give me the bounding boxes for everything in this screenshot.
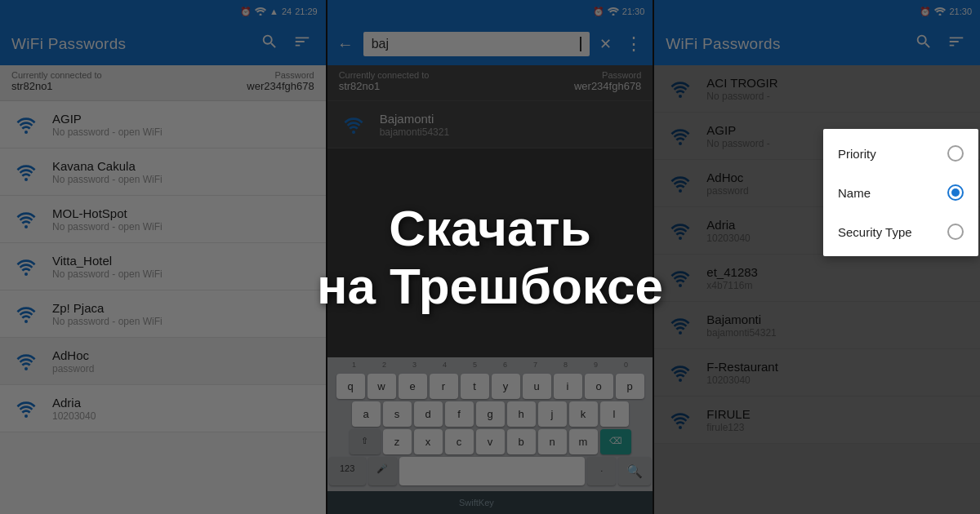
screen3-search-icon[interactable] — [911, 29, 936, 59]
svg-text:SwiftKey: SwiftKey — [459, 498, 494, 507]
wifi-name-zp: Zp! Pjaca — [52, 301, 314, 315]
wifi-name-agip: AGIP — [52, 112, 314, 126]
screen2: ⏰ 21:30 ← baj ✕ ⋮ Currently connected to… — [327, 0, 653, 514]
key-f[interactable]: f — [445, 401, 474, 427]
screen2-search-bar: ← baj ✕ ⋮ — [327, 23, 653, 65]
keyboard-row1: q w e r t y u i o p — [329, 374, 652, 399]
wifi-subtitle-mol: No password - open WiFi — [52, 221, 314, 233]
svg-point-7 — [24, 414, 28, 418]
key-m[interactable]: m — [569, 429, 598, 454]
clear-search-icon[interactable]: ✕ — [596, 32, 615, 56]
wifi-subtitle-bajamonti-s: bajamonti54321 — [380, 126, 642, 138]
key-h[interactable]: h — [507, 401, 536, 427]
svg-point-1 — [24, 131, 28, 134]
dropdown-item-priority[interactable]: Priority — [823, 134, 978, 173]
swiftkey-logo: SwiftKey — [457, 495, 523, 511]
screen2-status-icons: ⏰ 21:30 — [593, 7, 645, 17]
screens-container: ⏰ ▲ 24 21:29 WiFi Passwords Currently co… — [0, 0, 980, 514]
wifi-subtitle-adria: 10203040 — [52, 410, 314, 422]
wifi-icon-mol — [11, 205, 41, 234]
key-n[interactable]: n — [538, 429, 567, 454]
screen1-title: WiFi Passwords — [11, 35, 249, 53]
key-d[interactable]: d — [414, 401, 443, 427]
svg-point-5 — [24, 320, 28, 323]
screen3-filter-icon[interactable] — [944, 29, 969, 59]
svg-point-6 — [24, 367, 28, 370]
key-u[interactable]: u — [523, 374, 551, 399]
key-mic[interactable]: 🎤 — [368, 457, 397, 485]
dropdown-item-security[interactable]: Security Type — [823, 212, 978, 251]
key-g[interactable]: g — [476, 401, 505, 427]
wifi-item-adhoc[interactable]: AdHoc password — [0, 338, 326, 385]
svg-point-2 — [24, 178, 28, 181]
screen1-connected-ssid: str82no1 — [11, 80, 102, 92]
screen1-search-icon[interactable] — [257, 29, 282, 59]
key-i[interactable]: i — [554, 374, 582, 399]
key-q[interactable]: q — [336, 374, 365, 399]
screen2-menu-icon[interactable]: ⋮ — [621, 30, 646, 58]
wifi-item-kavana[interactable]: Kavana Cakula No password - open WiFi — [0, 148, 326, 196]
key-z[interactable]: z — [383, 429, 412, 454]
radio-priority[interactable] — [947, 145, 964, 162]
search-text: baj — [372, 37, 580, 51]
key-space[interactable] — [399, 457, 586, 485]
key-b[interactable]: b — [507, 429, 536, 454]
key-c[interactable]: c — [445, 429, 474, 454]
screen2-password-value: wer234fgh678 — [574, 80, 641, 92]
wifi-subtitle-agip: No password - open WiFi — [52, 126, 314, 138]
key-x[interactable]: x — [414, 429, 443, 454]
screen1-connected-info: Currently connected to str82no1 — [11, 70, 102, 92]
screen1-filter-icon[interactable] — [290, 29, 314, 59]
key-e[interactable]: e — [399, 374, 427, 399]
wifi-item-zp[interactable]: Zp! Pjaca No password - open WiFi — [0, 290, 326, 338]
radio-name[interactable] — [947, 184, 964, 201]
dropdown-item-name[interactable]: Name — [823, 173, 978, 212]
key-o[interactable]: o — [585, 374, 613, 399]
wifi-item-vitta[interactable]: Vitta_Hotel No password - open WiFi — [0, 243, 326, 290]
wifi-item-agip[interactable]: AGIP No password - open WiFi — [0, 101, 326, 148]
wifi-item-bajamonti-search[interactable]: Bajamonti bajamonti54321 — [327, 101, 653, 148]
wifi-icon-kavana — [11, 157, 41, 187]
key-j[interactable]: j — [538, 401, 567, 427]
svg-point-0 — [260, 13, 262, 16]
screen3-alarm-icon: ⏰ — [920, 7, 931, 17]
search-input-container[interactable]: baj — [363, 32, 590, 56]
key-enter[interactable]: 🔍 — [618, 457, 651, 485]
keyboard-spacer — [327, 148, 653, 357]
screen1-status-bar: ⏰ ▲ 24 21:29 — [0, 0, 326, 23]
time-label: 21:29 — [295, 7, 318, 16]
radio-security[interactable] — [947, 224, 964, 240]
back-icon[interactable]: ← — [334, 32, 357, 57]
screen3-title: WiFi Passwords — [666, 35, 903, 53]
key-p[interactable]: p — [616, 374, 644, 399]
wifi-status-icon — [255, 7, 266, 17]
screen1-password-info: Password wer234fgh678 — [247, 70, 314, 92]
screen2-connected-ssid: str82no1 — [339, 80, 430, 92]
screen1-app-bar: WiFi Passwords — [0, 23, 326, 65]
screen1-connected-bar: Currently connected to str82no1 Password… — [0, 65, 326, 101]
wifi-icon-zp — [11, 299, 41, 329]
svg-point-9 — [352, 131, 355, 134]
key-s[interactable]: s — [383, 401, 412, 427]
key-123[interactable]: 123 — [329, 457, 366, 485]
wifi-icon-agip — [11, 110, 41, 140]
key-w[interactable]: w — [368, 374, 396, 399]
key-v[interactable]: v — [476, 429, 505, 454]
key-k[interactable]: k — [569, 401, 598, 427]
key-r[interactable]: r — [430, 374, 458, 399]
wifi-info-vitta: Vitta_Hotel No password - open WiFi — [52, 254, 314, 280]
svg-point-11 — [939, 13, 942, 16]
wifi-item-adria[interactable]: Adria 10203040 — [0, 385, 326, 432]
screen2-password-info: Password wer234fgh678 — [574, 70, 641, 92]
key-period[interactable]: . — [587, 457, 616, 485]
key-backspace[interactable]: ⌫ — [600, 429, 631, 454]
screen1: ⏰ ▲ 24 21:29 WiFi Passwords Currently co… — [0, 0, 326, 514]
key-l[interactable]: l — [600, 401, 629, 427]
key-shift[interactable]: ⇧ — [350, 429, 381, 454]
screen3-wifi-icon — [934, 7, 946, 17]
wifi-item-mol[interactable]: MOL-HotSpot No password - open WiFi — [0, 196, 326, 243]
wifi-name-bajamonti-s: Bajamonti — [380, 112, 642, 126]
key-t[interactable]: t — [461, 374, 489, 399]
key-y[interactable]: y — [492, 374, 520, 399]
key-a[interactable]: a — [352, 401, 381, 427]
